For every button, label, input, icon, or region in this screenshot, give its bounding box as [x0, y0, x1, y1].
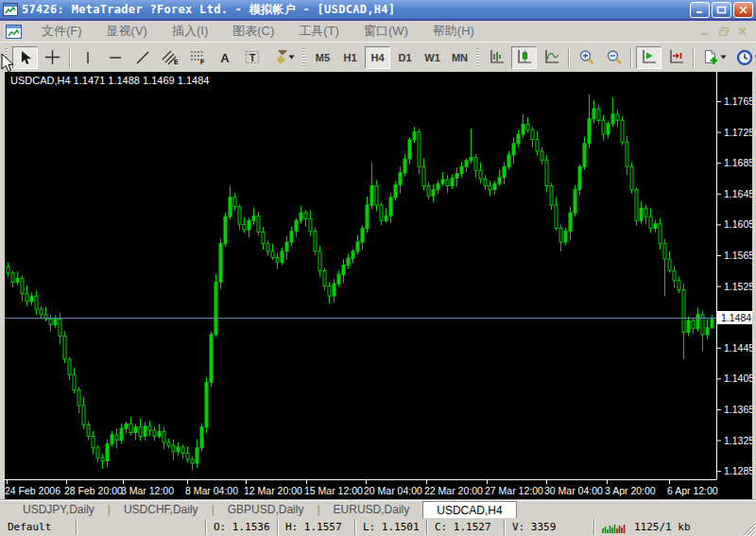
- status-bar: Default O: 1.1536 H: 1.1557 L: 1.1501 C:…: [0, 518, 756, 536]
- arrows-tool-button[interactable]: [266, 46, 299, 69]
- svg-text:T: T: [249, 52, 255, 63]
- chart-shift-button[interactable]: [663, 46, 689, 69]
- template-icon: [702, 49, 719, 66]
- chevron-down-icon: [720, 55, 727, 60]
- trendline-tool-button[interactable]: [129, 46, 155, 69]
- menu-tools[interactable]: 工具(T): [286, 21, 352, 42]
- svg-text:1.1365: 1.1365: [724, 404, 752, 415]
- chart-window-icon: [6, 25, 22, 39]
- clock-icon: [736, 49, 753, 66]
- timeframe-m5-button[interactable]: M5: [310, 46, 335, 69]
- horizontal-line-tool-button[interactable]: [102, 46, 128, 69]
- text-label-icon: T: [244, 49, 261, 65]
- crosshair-tool-button[interactable]: [40, 46, 65, 69]
- chart-canvas[interactable]: 1.17651.17251.16851.16451.16051.15651.15…: [5, 72, 752, 499]
- zoom-in-icon: [578, 49, 595, 66]
- svg-text:20 Mar 04:00: 20 Mar 04:00: [364, 485, 422, 496]
- auto-scroll-button[interactable]: [636, 46, 662, 69]
- toolbar-grip[interactable]: [476, 48, 479, 67]
- connection-bars-icon: [602, 521, 627, 533]
- text-label-tool-button[interactable]: T: [239, 46, 265, 69]
- svg-text:1.1645: 1.1645: [724, 188, 752, 199]
- candlestick-chart-button[interactable]: [511, 46, 537, 69]
- status-open-value: O: 1.1536: [205, 519, 277, 535]
- toolbar-separator: [568, 47, 570, 68]
- svg-text:1.1605: 1.1605: [724, 218, 752, 230]
- equidistant-channel-icon: E: [162, 49, 179, 65]
- status-close-value: C: 1.1527: [426, 519, 504, 535]
- svg-text:F: F: [200, 59, 205, 65]
- tab-eurusd-daily[interactable]: EURUSD,Daily: [320, 500, 423, 518]
- timeframe-mn-button[interactable]: MN: [447, 46, 472, 69]
- window-title: 57426: MetaTrader ?Forex Ltd. - 模拟帐户 - […: [22, 2, 395, 18]
- zoom-out-icon: [606, 49, 623, 66]
- svg-text:1.1325: 1.1325: [724, 435, 752, 446]
- mdi-close-button[interactable]: [734, 25, 750, 38]
- line-chart-button[interactable]: [539, 46, 564, 69]
- timeframe-w1-button[interactable]: W1: [420, 46, 445, 69]
- chart-window: 1.17651.17251.16851.16451.16051.15651.15…: [0, 72, 756, 499]
- svg-text:1.1285: 1.1285: [724, 465, 752, 476]
- timeframe-h1-button[interactable]: H1: [337, 46, 363, 69]
- svg-text:USDCAD,H4 1.1471 1.1488 1.146: USDCAD,H4 1.1471 1.1488 1.1469 1.1484: [10, 75, 209, 86]
- menu-window[interactable]: 窗口(W): [352, 21, 421, 42]
- profile-panel[interactable]: Default: [0, 519, 76, 535]
- mdi-minimize-button[interactable]: [696, 25, 713, 38]
- connection-traffic: 1125/1 kb: [634, 521, 691, 533]
- fibonacci-tool-button[interactable]: F: [184, 46, 210, 69]
- menu-file[interactable]: 文件(F): [29, 21, 94, 42]
- resize-grip[interactable]: [743, 523, 756, 536]
- timeframe-h4-button[interactable]: H4: [365, 46, 390, 69]
- chart-tabs-bar: USDJPY,Daily | USDCHF,Daily | GBPUSD,Dai…: [0, 499, 756, 518]
- zoom-in-button[interactable]: [574, 46, 599, 69]
- menu-help[interactable]: 帮助(H): [421, 21, 487, 42]
- metatrader-window: 57426: MetaTrader ?Forex Ltd. - 模拟帐户 - […: [0, 0, 756, 536]
- minimize-button[interactable]: [690, 2, 710, 18]
- bar-chart-button[interactable]: [484, 46, 509, 69]
- horizontal-line-icon: [108, 50, 123, 65]
- svg-text:8 Mar 04:00: 8 Mar 04:00: [185, 485, 238, 496]
- svg-text:1.1765: 1.1765: [724, 95, 752, 107]
- close-button[interactable]: [733, 2, 753, 18]
- svg-text:24 Feb 2006: 24 Feb 2006: [5, 485, 60, 496]
- shapes-icon: [270, 50, 287, 65]
- svg-text:28 Feb 20:00: 28 Feb 20:00: [64, 485, 123, 496]
- zoom-out-button[interactable]: [601, 46, 627, 69]
- bar-chart-icon: [489, 49, 506, 65]
- timeframe-label: M5: [316, 52, 330, 63]
- svg-text:1.1685: 1.1685: [724, 157, 752, 168]
- svg-text:1.1445: 1.1445: [724, 342, 752, 354]
- vertical-line-tool-button[interactable]: [75, 46, 100, 69]
- templates-button[interactable]: [698, 46, 730, 69]
- maximize-button[interactable]: [712, 2, 731, 18]
- menu-view[interactable]: 显视(V): [94, 21, 160, 42]
- timeframe-label: H4: [370, 52, 384, 63]
- tab-gbpusd-daily[interactable]: GBPUSD,Daily: [215, 500, 318, 518]
- menu-insert[interactable]: 插入(I): [160, 21, 220, 42]
- svg-text:15 Mar 12:00: 15 Mar 12:00: [304, 485, 363, 496]
- text-tool-button[interactable]: A: [212, 46, 237, 69]
- timeframe-label: W1: [424, 52, 440, 63]
- tab-usdcad-h4[interactable]: USDCAD,H4: [422, 501, 516, 518]
- svg-text:12 Mar 20:00: 12 Mar 20:00: [244, 485, 302, 496]
- channel-tool-button[interactable]: E: [157, 46, 182, 69]
- tab-usdjpy-daily[interactable]: USDJPY,Daily: [9, 500, 108, 518]
- svg-text:3 Apr 20:00: 3 Apr 20:00: [605, 485, 656, 496]
- toolbar-grip[interactable]: [302, 48, 305, 67]
- mdi-restore-button[interactable]: [715, 25, 731, 38]
- period-clock-button[interactable]: [732, 46, 756, 69]
- title-bar: 57426: MetaTrader ?Forex Ltd. - 模拟帐户 - […: [0, 0, 756, 19]
- timeframe-label: MN: [452, 52, 468, 63]
- svg-text:27 Mar 12:00: 27 Mar 12:00: [485, 485, 543, 496]
- svg-text:6 Apr 12:00: 6 Apr 12:00: [667, 485, 718, 496]
- candlestick-icon: [516, 49, 533, 65]
- menu-bar: 文件(F) 显视(V) 插入(I) 图表(C) 工具(T) 窗口(W) 帮助(H…: [0, 19, 756, 42]
- svg-text:A: A: [220, 51, 230, 65]
- timeframe-d1-button[interactable]: D1: [392, 46, 418, 69]
- svg-text:E: E: [174, 59, 179, 65]
- minimize-icon: [695, 6, 705, 14]
- cursor-tool-button[interactable]: [12, 46, 38, 69]
- svg-text:1.1405: 1.1405: [724, 372, 752, 384]
- tab-usdchf-daily[interactable]: USDCHF,Daily: [111, 500, 212, 518]
- menu-charts[interactable]: 图表(C): [220, 21, 286, 42]
